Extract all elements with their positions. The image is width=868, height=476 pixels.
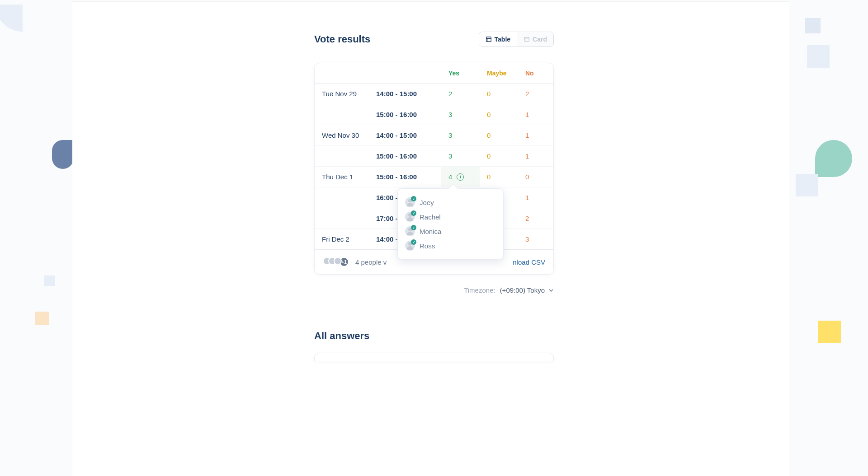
maybe-count-cell: 0 (480, 125, 518, 145)
time-cell: 15:00 - 16:00 (369, 104, 441, 125)
no-count-cell: 1 (518, 125, 552, 145)
date-cell (315, 150, 369, 163)
yes-count-cell: 2 (441, 84, 480, 104)
date-cell (315, 108, 369, 121)
view-toggle-group: Table Card (479, 32, 554, 47)
checkmark-icon (411, 225, 416, 230)
date-cell: Fri Dec 2 (315, 229, 369, 249)
date-cell (315, 191, 369, 204)
avatar-icon (405, 226, 415, 236)
maybe-count-cell: 0 (480, 146, 518, 166)
voters-popover: JoeyRachelMonicaRoss (397, 188, 504, 260)
th-no: No (518, 63, 552, 83)
download-csv-link[interactable]: nload CSV (513, 258, 545, 266)
voter-name: Rachel (420, 213, 441, 221)
people-voted-text: 4 people v (355, 258, 387, 266)
decoration-shape (807, 45, 830, 68)
timezone-selector[interactable]: (+09:00) Tokyo (500, 286, 554, 294)
th-date (315, 67, 369, 79)
svg-rect-0 (486, 37, 491, 42)
voter-item: Ross (405, 238, 496, 253)
voter-item: Rachel (405, 210, 496, 224)
all-answers-card (314, 353, 554, 361)
no-count-cell: 1 (518, 104, 552, 125)
table-row[interactable]: Tue Nov 2914:00 - 15:00202 (315, 84, 553, 104)
table-icon (486, 36, 492, 42)
table-row[interactable]: Wed Nov 3014:00 - 15:00301 (315, 125, 553, 146)
vote-results-table: Yes Maybe No Tue Nov 2914:00 - 15:002021… (314, 63, 554, 275)
th-time (369, 67, 441, 79)
decoration-shape (815, 140, 852, 177)
date-cell: Tue Nov 29 (315, 84, 369, 104)
yes-count-cell[interactable]: 4i (441, 167, 480, 187)
timezone-value: (+09:00) Tokyo (500, 286, 545, 294)
view-card-button[interactable]: Card (517, 32, 553, 47)
view-card-label: Card (533, 36, 547, 43)
time-cell: 14:00 - 15:00 (369, 84, 441, 104)
yes-count-cell: 3 (441, 125, 480, 145)
avatar-icon (405, 241, 415, 251)
chevron-down-icon (548, 288, 554, 293)
avatar-icon (405, 197, 415, 207)
card-icon (524, 36, 530, 42)
date-cell: Thu Dec 1 (315, 167, 369, 187)
table-row[interactable]: 15:00 - 16:00301 (315, 146, 553, 167)
decoration-shape (796, 174, 818, 196)
timezone-label: Timezone: (464, 286, 495, 294)
th-yes: Yes (441, 63, 480, 83)
no-count-cell: 1 (518, 187, 552, 208)
checkmark-icon (411, 196, 416, 201)
decoration-shape (805, 18, 821, 33)
time-cell: 14:00 - 15:00 (369, 125, 441, 145)
decoration-shape (0, 5, 23, 32)
voter-name: Ross (420, 242, 435, 250)
maybe-count-cell: 0 (480, 84, 518, 104)
all-answers-title: All answers (314, 330, 554, 342)
no-count-cell: 2 (518, 84, 552, 104)
decoration-shape (52, 140, 74, 169)
table-row[interactable]: 15:00 - 16:00301 (315, 104, 553, 125)
checkmark-icon (411, 239, 416, 245)
maybe-count-cell: 0 (480, 167, 518, 187)
svg-rect-3 (524, 37, 529, 42)
no-count-cell: 2 (518, 208, 552, 229)
no-count-cell: 3 (518, 229, 552, 249)
th-maybe: Maybe (480, 63, 518, 83)
voter-item: Joey (405, 195, 496, 210)
view-table-button[interactable]: Table (479, 32, 517, 47)
vote-results-title: Vote results (314, 33, 370, 45)
time-cell: 15:00 - 16:00 (369, 167, 441, 187)
info-icon[interactable]: i (457, 173, 464, 181)
voter-item: Monica (405, 224, 496, 238)
checkmark-icon (411, 210, 416, 216)
maybe-count-cell: 0 (480, 104, 518, 125)
table-row[interactable]: Thu Dec 115:00 - 16:004i00JoeyRachelMoni… (315, 167, 553, 187)
table-header-row: Yes Maybe No (315, 63, 553, 84)
no-count-cell: 0 (518, 167, 552, 187)
voter-name: Joey (420, 199, 434, 206)
decoration-shape (818, 321, 841, 343)
decoration-shape (44, 275, 55, 286)
time-cell: 15:00 - 16:00 (369, 146, 441, 166)
voter-avatar-stack[interactable]: +1 (323, 257, 349, 267)
timezone-row: Timezone: (+09:00) Tokyo (314, 286, 554, 294)
voter-name: Monica (420, 228, 441, 235)
avatar-icon (334, 257, 342, 265)
yes-count-cell: 3 (441, 146, 480, 166)
avatar-icon (405, 212, 415, 222)
view-table-label: Table (495, 36, 511, 43)
yes-count-cell: 3 (441, 104, 480, 125)
decoration-shape (35, 312, 49, 325)
date-cell (315, 212, 369, 225)
date-cell: Wed Nov 30 (315, 125, 369, 145)
no-count-cell: 1 (518, 146, 552, 166)
